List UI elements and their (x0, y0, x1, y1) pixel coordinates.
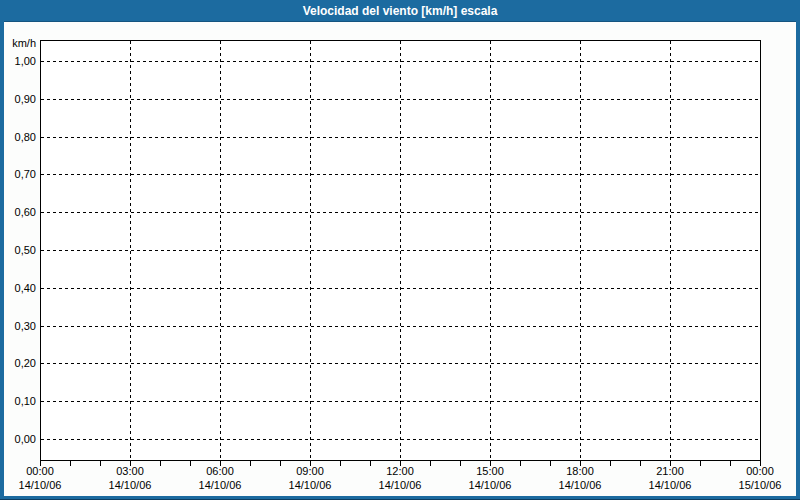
y-tick-label: 0,60 (0, 205, 36, 219)
y-tick-label: 0,20 (0, 356, 36, 370)
gridline-vertical (580, 41, 581, 460)
y-tick-label: 0,30 (0, 319, 36, 333)
x-tick-time-label: 12:00 (355, 464, 445, 478)
plot-area (40, 40, 761, 461)
x-tick-time-label: 09:00 (265, 464, 355, 478)
x-tick-date-label: 14/10/06 (265, 478, 355, 492)
y-tick-label: 0,40 (0, 281, 36, 295)
y-tick-label: 0,70 (0, 167, 36, 181)
y-tick-label: 0,10 (0, 394, 36, 408)
x-tick-date-label: 14/10/06 (535, 478, 625, 492)
x-tick-time-label: 03:00 (85, 464, 175, 478)
gridline-vertical (670, 41, 671, 460)
chart-title: Velocidad del viento [km/h] escala (303, 4, 498, 18)
x-tick-time-label: 15:00 (445, 464, 535, 478)
y-axis-unit-label: km/h (0, 36, 36, 50)
x-tick-time-label: 06:00 (175, 464, 265, 478)
x-tick-time-label: 21:00 (625, 464, 715, 478)
gridline-vertical (310, 41, 311, 460)
window-border-right (796, 0, 800, 500)
gridline-vertical (490, 41, 491, 460)
gridline-vertical (400, 41, 401, 460)
window-border-bottom (0, 496, 800, 500)
x-tick-date-label: 14/10/06 (625, 478, 715, 492)
x-tick-time-label: 00:00 (715, 464, 800, 478)
y-tick-label: 0,00 (0, 432, 36, 446)
title-bar: Velocidad del viento [km/h] escala (0, 0, 800, 22)
x-tick-date-label: 14/10/06 (175, 478, 265, 492)
x-tick-date-label: 14/10/06 (445, 478, 535, 492)
y-tick-label: 0,90 (0, 92, 36, 106)
y-tick-label: 0,50 (0, 243, 36, 257)
y-tick-label: 0,80 (0, 130, 36, 144)
x-tick-date-label: 15/10/06 (715, 478, 800, 492)
x-tick-date-label: 14/10/06 (85, 478, 175, 492)
x-tick-time-label: 18:00 (535, 464, 625, 478)
y-tick-label: 1,00 (0, 54, 36, 68)
chart-window: Velocidad del viento [km/h] escala km/h … (0, 0, 800, 500)
x-tick-date-label: 14/10/06 (0, 478, 85, 492)
x-tick-date-label: 14/10/06 (355, 478, 445, 492)
window-border-left (0, 0, 4, 500)
gridline-vertical (130, 41, 131, 460)
x-tick-time-label: 00:00 (0, 464, 85, 478)
gridline-vertical (220, 41, 221, 460)
